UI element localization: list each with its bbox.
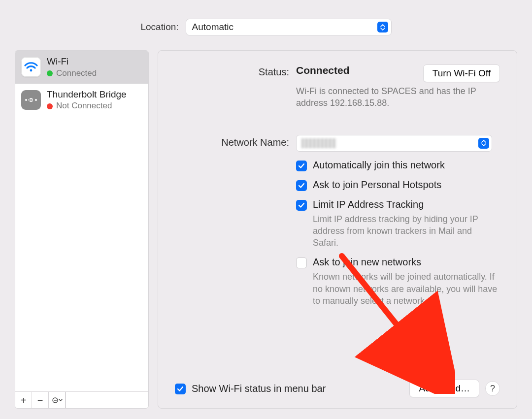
auto-join-checkbox[interactable] bbox=[296, 161, 307, 171]
sidebar-item-name: Wi-Fi bbox=[47, 56, 97, 68]
network-name-select[interactable] bbox=[296, 135, 492, 152]
svg-point-2 bbox=[35, 99, 37, 101]
sidebar-item-thunderbolt-bridge[interactable]: Thunderbolt Bridge Not Connected bbox=[15, 84, 148, 117]
dropdown-arrows-icon bbox=[377, 22, 388, 32]
show-menubar-checkbox[interactable] bbox=[175, 384, 186, 394]
svg-point-0 bbox=[30, 69, 33, 72]
network-name-label: Network Name: bbox=[175, 135, 289, 307]
svg-point-1 bbox=[25, 99, 27, 101]
ask-new-networks-label: Ask to join new networks bbox=[313, 257, 421, 267]
limit-ip-label: Limit IP Address Tracking bbox=[313, 199, 424, 210]
status-value: Connected bbox=[296, 64, 350, 76]
wifi-icon bbox=[21, 57, 41, 77]
show-menubar-label: Show Wi-Fi status in menu bar bbox=[192, 383, 326, 394]
sidebar-item-status: Connected bbox=[56, 68, 97, 79]
sidebar-item-wifi[interactable]: Wi-Fi Connected bbox=[15, 51, 148, 84]
location-select[interactable]: Automatic bbox=[186, 19, 392, 35]
status-label: Status: bbox=[175, 64, 289, 109]
svg-point-5 bbox=[55, 400, 56, 401]
auto-join-label: Automatically join this network bbox=[313, 160, 445, 171]
turn-wifi-off-button[interactable]: Turn Wi-Fi Off bbox=[423, 64, 500, 82]
location-label: Location: bbox=[140, 22, 178, 32]
location-select-value: Automatic bbox=[192, 22, 233, 32]
more-actions-button[interactable] bbox=[49, 392, 66, 409]
interfaces-sidebar: Wi-Fi Connected Thunderbolt Bridge bbox=[15, 50, 149, 409]
svg-point-4 bbox=[54, 400, 55, 401]
ask-hotspots-checkbox[interactable] bbox=[296, 180, 307, 191]
wifi-settings-panel: Status: Connected Turn Wi-Fi Off Wi-Fi i… bbox=[158, 50, 517, 409]
advanced-button[interactable]: Advanced… bbox=[409, 380, 479, 397]
sidebar-item-status: Not Connected bbox=[56, 100, 112, 111]
status-dot-icon bbox=[47, 103, 53, 109]
network-name-value bbox=[301, 138, 336, 148]
limit-ip-checkbox[interactable] bbox=[296, 200, 307, 211]
sidebar-item-name: Thunderbolt Bridge bbox=[47, 89, 127, 101]
status-dot-icon bbox=[47, 70, 53, 76]
ask-new-networks-description: Known networks will be joined automatica… bbox=[313, 271, 500, 307]
dropdown-arrows-icon bbox=[478, 138, 489, 149]
ask-hotspots-label: Ask to join Personal Hotspots bbox=[313, 179, 441, 191]
ask-new-networks-checkbox[interactable] bbox=[296, 258, 307, 268]
thunderbolt-bridge-icon bbox=[21, 90, 41, 110]
add-interface-button[interactable]: + bbox=[15, 392, 32, 409]
remove-interface-button[interactable]: − bbox=[32, 392, 49, 409]
limit-ip-description: Limit IP address tracking by hiding your… bbox=[313, 213, 500, 249]
svg-point-6 bbox=[56, 400, 57, 401]
help-button[interactable]: ? bbox=[485, 381, 500, 396]
status-description: Wi-Fi is connected to SPACES and has the… bbox=[296, 85, 500, 109]
